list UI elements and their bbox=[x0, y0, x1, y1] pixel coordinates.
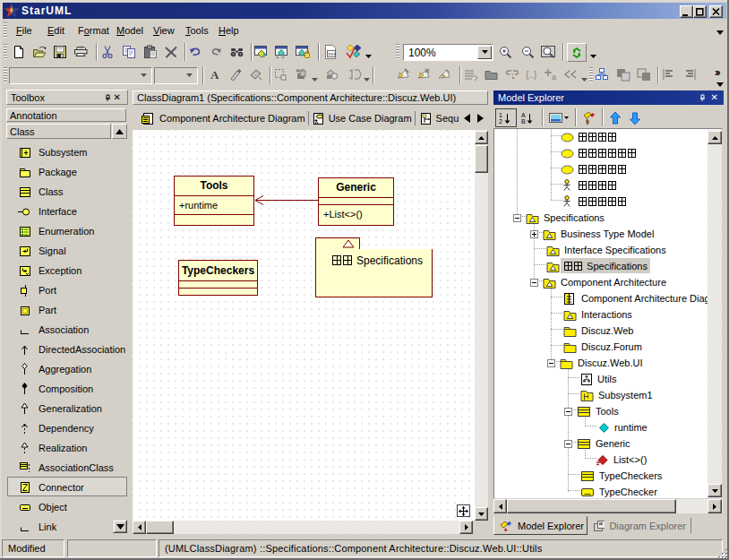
svg-text:2: 2 bbox=[499, 118, 502, 125]
svg-text:A: A bbox=[210, 68, 219, 82]
svg-text:xxx: xxx bbox=[328, 51, 336, 56]
svg-text:a: a bbox=[552, 73, 556, 82]
svg-text:B: B bbox=[521, 118, 526, 125]
svg-text:A: A bbox=[521, 112, 526, 118]
svg-text:{..}: {..} bbox=[526, 70, 537, 80]
svg-text:1: 1 bbox=[499, 112, 502, 118]
